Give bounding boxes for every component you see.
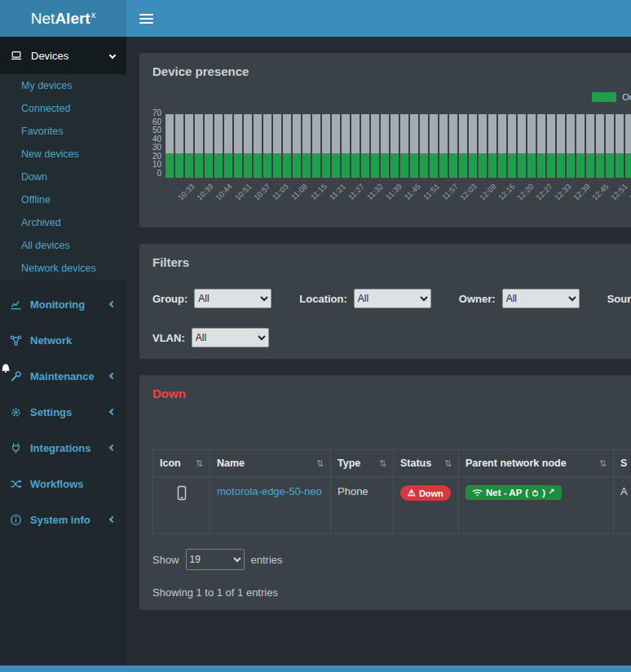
column-header-name[interactable]: Name⇅ [210, 450, 331, 477]
owner-filter-select[interactable]: All [502, 289, 580, 308]
down-section-title: Down [152, 387, 631, 400]
sidebar-item-network[interactable]: Network [0, 322, 126, 358]
brand-logo[interactable]: NetAlertx [0, 0, 126, 37]
device-status-cell: ⚠ Down [394, 477, 459, 534]
device-presence-card: Device presence Online 706050403020100 1… [139, 53, 631, 228]
last-cell: A [614, 477, 631, 534]
wifi-icon [472, 489, 483, 497]
table-header-row: Icon⇅ Name⇅ Type⇅ Status⇅ Parent network… [153, 450, 631, 477]
device-name-link[interactable]: motorola-edge-50-neo [217, 485, 322, 497]
sidebar-subitem-archived[interactable]: Archived [0, 211, 126, 234]
column-header-parent-network-node[interactable]: Parent network node⇅ [459, 450, 614, 477]
plug-icon [10, 442, 22, 454]
sort-icon: ⇅ [599, 458, 607, 469]
owner-filter: Owner: All [459, 289, 580, 308]
show-label: Show [152, 554, 179, 566]
edge-notification-icon[interactable] [1, 362, 11, 373]
group-filter: Group: All [152, 289, 271, 308]
sidebar-menu: Monitoring Network Maintenance Settings [0, 286, 126, 537]
column-header-last[interactable]: S⇅ [614, 450, 631, 477]
sidebar-toggle-button[interactable] [126, 0, 165, 37]
sidebar-item-integrations[interactable]: Integrations [0, 430, 126, 466]
entries-summary: Showing 1 to 1 of 1 entries [152, 586, 631, 599]
down-devices-card: Down Icon⇅ Name⇅ Type⇅ [139, 375, 631, 610]
network-nodes-icon [10, 334, 22, 347]
sidebar-subitem-offline[interactable]: Offline [0, 188, 126, 211]
shuffle-icon [10, 478, 22, 490]
brand-bold: Alert [55, 10, 90, 28]
column-header-type[interactable]: Type⇅ [331, 450, 394, 477]
device-icon-cell [153, 477, 210, 534]
sidebar: Devices My devices Connected Favorites N… [0, 37, 126, 672]
sidebar-item-settings[interactable]: Settings [0, 394, 126, 430]
wrench-icon [10, 370, 22, 382]
sidebar-subitem-network-devices[interactable]: Network devices [0, 257, 126, 280]
column-header-status[interactable]: Status⇅ [394, 450, 459, 477]
sidebar-subitem-connected[interactable]: Connected [0, 97, 126, 120]
device-name-cell: motorola-edge-50-neo [210, 477, 331, 534]
sidebar-subitem-new-devices[interactable]: New devices [0, 143, 126, 166]
card-title: Filters [152, 255, 631, 269]
sidebar-item-label: Devices [31, 50, 68, 62]
chevron-left-icon [109, 409, 116, 415]
sidebar-item-maintenance[interactable]: Maintenance [0, 358, 126, 394]
group-filter-select[interactable]: All [194, 289, 271, 308]
sort-icon: ⇅ [444, 458, 452, 469]
footer-bar [0, 665, 631, 672]
chevron-left-icon [109, 373, 116, 379]
gear-icon [10, 406, 22, 418]
smartphone-icon [176, 485, 188, 502]
sort-icon: ⇅ [196, 458, 203, 469]
legend-label: Online [622, 92, 631, 102]
entries-label: entries [251, 554, 283, 566]
devices-table: Icon⇅ Name⇅ Type⇅ Status⇅ Parent network… [152, 449, 631, 534]
chevron-left-icon [109, 516, 116, 523]
device-type-cell: Phone [331, 477, 394, 534]
card-title: Device presence [152, 64, 631, 78]
vlan-filter-select[interactable]: All [192, 328, 269, 347]
sidebar-subitem-all-devices[interactable]: All devices [0, 234, 126, 257]
filters-row-1: Group: All Location: All Owner: All Sour… [152, 289, 631, 308]
location-filter-select[interactable]: All [354, 289, 431, 308]
sort-icon: ⇅ [379, 458, 386, 469]
devices-submenu: My devices Connected Favorites New devic… [0, 74, 126, 280]
info-icon [10, 514, 22, 526]
sidebar-item-monitoring[interactable]: Monitoring [0, 286, 126, 322]
chart-plot [165, 109, 631, 178]
chevron-left-icon [109, 301, 116, 307]
chart-line-icon [10, 298, 22, 311]
sort-icon: ⇅ [316, 458, 324, 469]
page-size-select[interactable]: 19 [186, 549, 245, 570]
filters-row-2: VLAN: All [152, 328, 631, 347]
parent-node-badge[interactable]: Net - AP ( ) ↗ [466, 485, 562, 500]
sidebar-subitem-favorites[interactable]: Favorites [0, 120, 126, 143]
source-filter: Source: All [607, 289, 631, 308]
legend-swatch [592, 92, 616, 102]
column-header-icon[interactable]: Icon⇅ [153, 450, 210, 477]
table-row: motorola-edge-50-neo Phone ⚠ Down [153, 477, 631, 534]
warning-icon: ⚠ [408, 488, 416, 498]
chart-area: 706050403020100 [152, 109, 631, 178]
brand-prefix: Net [31, 10, 55, 28]
sidebar-subitem-my-devices[interactable]: My devices [0, 74, 126, 97]
external-link-icon: ↗ [549, 488, 555, 495]
location-filter: Location: All [299, 289, 431, 308]
vlan-filter: VLAN: All [152, 328, 269, 347]
top-header: NetAlertx [0, 0, 631, 37]
power-icon [532, 489, 539, 497]
sidebar-item-devices[interactable]: Devices [0, 37, 126, 74]
entries-pager: Show 19 entries [152, 549, 631, 570]
parent-network-node-cell: Net - AP ( ) ↗ [459, 477, 614, 534]
sidebar-item-system-info[interactable]: System info [0, 502, 126, 537]
main-content: Device presence Online 706050403020100 1… [126, 37, 631, 626]
chevron-left-icon [109, 444, 116, 451]
sidebar-item-workflows[interactable]: Workflows [0, 466, 126, 502]
laptop-icon [10, 50, 23, 61]
status-badge: ⚠ Down [400, 485, 451, 501]
chart-legend: Online [152, 91, 631, 103]
hamburger-icon [139, 14, 153, 15]
y-axis-labels: 706050403020100 [152, 109, 165, 178]
brand-sup: x [91, 10, 96, 20]
sidebar-subitem-down[interactable]: Down [0, 166, 126, 188]
x-axis-labels: 10:3310:3910:4410:5110:5711:0311:0811:15… [178, 180, 631, 216]
